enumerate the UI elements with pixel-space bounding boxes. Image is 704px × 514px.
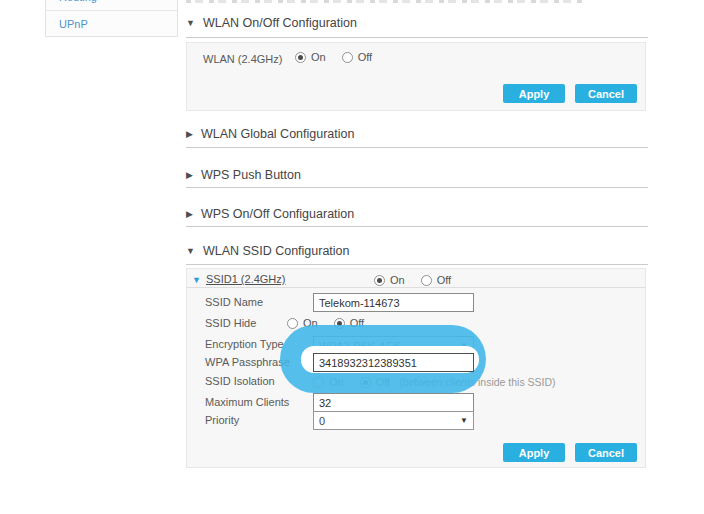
wlan-off-radio[interactable]	[342, 52, 353, 63]
section-title: WLAN On/Off Configuration	[203, 16, 357, 30]
ssid-hide-off-radio[interactable]	[334, 318, 345, 329]
ssid1-onoff-radio-group: On Off	[374, 274, 451, 286]
chevron-down-icon: ▼	[460, 417, 468, 425]
sidebar-item-routing[interactable]: Routing	[46, 0, 177, 10]
priority-value: 0	[319, 415, 325, 427]
ssid-hide-label: SSID Hide	[205, 317, 256, 330]
ssid-isolation-note: (between clients inside this SSID)	[399, 376, 555, 388]
section-header-wps-onoff[interactable]: ▶ WPS On/Off Configuaration	[186, 206, 354, 222]
encryption-type-label: Encryption Type	[205, 338, 284, 351]
wpa-passphrase-input[interactable]	[313, 353, 474, 372]
ssid1-link[interactable]: SSID1 (2.4GHz)	[206, 273, 285, 285]
ssid1-off-label: Off	[437, 274, 451, 286]
triangle-right-icon: ▶	[186, 210, 193, 219]
router-admin-page: Routing UPnP ▼ WLAN On/Off Configuration…	[0, 0, 704, 514]
priority-select[interactable]: 0 ▼	[313, 411, 474, 430]
triangle-right-icon: ▶	[186, 130, 193, 139]
ssid-isolation-off-label: Off	[376, 376, 390, 388]
wlan-onoff-radio-group: On Off	[295, 51, 372, 63]
ssid-isolation-off-radio[interactable]	[360, 377, 371, 388]
section-title: WPS Push Button	[201, 168, 301, 182]
divider	[186, 187, 648, 188]
ssid-hide-on-label: On	[303, 317, 318, 329]
wlan-ssid-cancel-button[interactable]: Cancel	[575, 443, 637, 462]
ssid-isolation-radio-group: On Off (between clients inside this SSID…	[313, 376, 556, 388]
ssid-isolation-label: SSID Isolation	[205, 375, 275, 388]
divider	[186, 226, 648, 227]
section-title: WLAN Global Configuration	[201, 127, 355, 141]
wlan-on-label: On	[311, 51, 326, 63]
sidebar-item-label: Routing	[59, 0, 97, 3]
triangle-down-icon: ▼	[186, 247, 195, 256]
wlan-onoff-apply-button[interactable]: Apply	[503, 84, 565, 103]
ssid1-on-label: On	[390, 274, 405, 286]
wlan-ssid-apply-button[interactable]: Apply	[503, 443, 565, 462]
encryption-type-value: WPA2-PSK-AES	[319, 340, 401, 352]
ssid1-off-radio[interactable]	[421, 275, 432, 286]
ssid-hide-radio-group: On Off	[287, 317, 364, 329]
divider	[187, 287, 645, 288]
triangle-right-icon: ▶	[186, 171, 193, 180]
wlan-off-label: Off	[358, 51, 372, 63]
ssid1-on-radio[interactable]	[374, 275, 385, 286]
wlan-24ghz-label: WLAN (2.4GHz)	[203, 53, 282, 66]
clipped-text-top	[186, 0, 584, 3]
section-header-wlan-onoff[interactable]: ▼ WLAN On/Off Configuration	[186, 15, 357, 31]
triangle-down-icon: ▼	[186, 19, 195, 28]
ssid-isolation-on-radio[interactable]	[313, 377, 324, 388]
priority-label: Priority	[205, 414, 239, 427]
section-title: WLAN SSID Configuration	[203, 244, 350, 258]
triangle-down-icon: ▼	[192, 276, 201, 285]
section-title: WPS On/Off Configuaration	[201, 207, 354, 221]
ssid-isolation-on-label: On	[329, 376, 344, 388]
max-clients-label: Maximum Clients	[205, 396, 289, 409]
section-header-wps-push[interactable]: ▶ WPS Push Button	[186, 167, 301, 183]
divider	[186, 264, 648, 265]
ssid-name-input[interactable]	[313, 293, 474, 312]
sidebar: Routing UPnP	[45, 0, 178, 37]
sidebar-item-label: UPnP	[59, 18, 88, 30]
wpa-passphrase-label: WPA Passphrase	[205, 356, 290, 369]
divider	[186, 147, 648, 148]
wlan-on-radio[interactable]	[295, 52, 306, 63]
section-header-wlan-global[interactable]: ▶ WLAN Global Configuration	[186, 126, 354, 142]
wlan-onoff-cancel-button[interactable]: Cancel	[575, 84, 637, 103]
sidebar-item-upnp[interactable]: UPnP	[46, 10, 177, 37]
divider	[186, 37, 648, 38]
max-clients-input[interactable]	[313, 393, 474, 412]
chevron-down-icon: ▼	[460, 342, 468, 350]
ssid-name-label: SSID Name	[205, 296, 263, 309]
ssid-hide-off-label: Off	[350, 317, 364, 329]
section-header-wlan-ssid[interactable]: ▼ WLAN SSID Configuration	[186, 243, 350, 259]
ssid-hide-on-radio[interactable]	[287, 318, 298, 329]
